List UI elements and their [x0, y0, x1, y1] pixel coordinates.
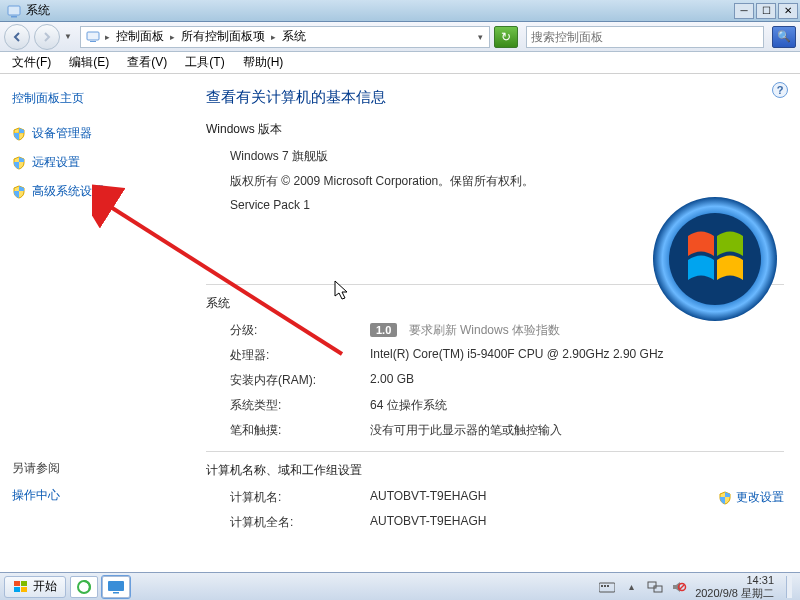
menu-help[interactable]: 帮助(H)	[235, 52, 292, 73]
rating-link[interactable]: 要求刷新 Windows 体验指数	[409, 323, 560, 337]
system-tray: ▴ 14:31 2020/9/8 星期二	[599, 574, 796, 598]
sidebar-item-device-manager[interactable]: 设备管理器	[12, 125, 188, 142]
rating-label: 分级:	[230, 322, 370, 339]
taskbar-system-icon[interactable]	[102, 576, 130, 598]
svg-rect-2	[87, 32, 99, 40]
clock-date: 2020/9/8 星期二	[695, 587, 774, 599]
window-title: 系统	[26, 2, 734, 19]
svg-rect-14	[599, 583, 615, 592]
taskbar: 开始 ▴ 14:31 2020/9/8 星期二	[0, 572, 800, 600]
search-button[interactable]: 🔍	[772, 26, 796, 48]
svg-rect-8	[21, 581, 27, 586]
tray-network-icon[interactable]	[647, 580, 663, 594]
start-label: 开始	[33, 578, 57, 595]
page-heading: 查看有关计算机的基本信息	[206, 88, 784, 107]
nav-bar: ▼ ▸ 控制面板 ▸ 所有控制面板项 ▸ 系统 ▾ ↻ 🔍	[0, 22, 800, 52]
title-bar: 系统 ─ ☐ ✕	[0, 0, 800, 22]
see-also-heading: 另请参阅	[12, 460, 188, 477]
sidebar-item-remote-settings[interactable]: 远程设置	[12, 154, 188, 171]
svg-line-21	[680, 584, 685, 589]
shield-icon	[12, 127, 26, 141]
menu-file[interactable]: 文件(F)	[4, 52, 59, 73]
sidebar-item-advanced-settings[interactable]: 高级系统设置	[12, 183, 188, 200]
svg-rect-12	[108, 581, 124, 591]
sidebar-link[interactable]: 高级系统设置	[32, 183, 104, 200]
shield-icon	[12, 156, 26, 170]
svg-rect-13	[113, 592, 119, 594]
edition-line: Windows 7 旗舰版	[230, 148, 784, 165]
system-type-label: 系统类型:	[230, 397, 370, 414]
processor-label: 处理器:	[230, 347, 370, 364]
sidebar: 控制面板主页 设备管理器 远程设置 高级系统设置 另请参阅 操作中心	[0, 74, 200, 572]
back-button[interactable]	[4, 24, 30, 50]
pen-touch-label: 笔和触摸:	[230, 422, 370, 439]
forward-button[interactable]	[34, 24, 60, 50]
svg-rect-17	[607, 585, 609, 587]
sidebar-link[interactable]: 远程设置	[32, 154, 80, 171]
tray-expand-icon[interactable]: ▴	[623, 580, 639, 594]
minimize-button[interactable]: ─	[734, 3, 754, 19]
content-area: ? 控制面板主页 设备管理器 远程设置 高级系统设置 另请参阅 操作中心 查看有…	[0, 74, 800, 572]
svg-rect-19	[654, 586, 662, 592]
svg-point-5	[669, 213, 761, 305]
show-desktop-button[interactable]	[786, 576, 792, 598]
ram-value: 2.00 GB	[370, 372, 784, 389]
svg-rect-3	[90, 41, 96, 42]
computer-name-label: 计算机名:	[230, 489, 370, 506]
start-button[interactable]: 开始	[4, 576, 66, 598]
close-button[interactable]: ✕	[778, 3, 798, 19]
rating-badge: 1.0	[370, 323, 397, 337]
pen-touch-value: 没有可用于此显示器的笔或触控输入	[370, 422, 784, 439]
history-dropdown[interactable]: ▼	[64, 32, 76, 41]
tray-keyboard-icon[interactable]	[599, 580, 615, 594]
search-box[interactable]	[526, 26, 764, 48]
menu-view[interactable]: 查看(V)	[119, 52, 175, 73]
windows-logo	[650, 194, 780, 324]
svg-rect-10	[21, 587, 27, 592]
menu-bar: 文件(F) 编辑(E) 查看(V) 工具(T) 帮助(H)	[0, 52, 800, 74]
copyright-line: 版权所有 © 2009 Microsoft Corporation。保留所有权利…	[230, 173, 784, 190]
chevron-icon[interactable]: ▸	[269, 32, 278, 42]
svg-rect-15	[601, 585, 603, 587]
breadcrumb[interactable]: ▸ 控制面板 ▸ 所有控制面板项 ▸ 系统 ▾	[80, 26, 490, 48]
windows-edition-heading: Windows 版本	[206, 121, 784, 138]
tray-volume-icon[interactable]	[671, 580, 687, 594]
breadcrumb-dropdown[interactable]: ▾	[476, 32, 485, 42]
ram-label: 安装内存(RAM):	[230, 372, 370, 389]
taskbar-browser-icon[interactable]	[70, 576, 98, 598]
maximize-button[interactable]: ☐	[756, 3, 776, 19]
bc-control-panel[interactable]: 控制面板	[114, 28, 166, 45]
chevron-icon[interactable]: ▸	[168, 32, 177, 42]
chevron-icon[interactable]: ▸	[103, 32, 112, 42]
full-computer-name-value: AUTOBVT-T9EHAGH	[370, 514, 784, 531]
system-type-value: 64 位操作系统	[370, 397, 784, 414]
tray-clock[interactable]: 14:31 2020/9/8 星期二	[695, 574, 774, 598]
main-panel: 查看有关计算机的基本信息 Windows 版本 Windows 7 旗舰版 版权…	[200, 74, 800, 572]
bc-all-items[interactable]: 所有控制面板项	[179, 28, 267, 45]
svg-rect-0	[8, 6, 20, 15]
see-also-action-center[interactable]: 操作中心	[12, 487, 188, 504]
computer-name-heading: 计算机名称、域和工作组设置	[206, 462, 784, 479]
clock-time: 14:31	[695, 574, 774, 586]
menu-tools[interactable]: 工具(T)	[177, 52, 232, 73]
bc-system[interactable]: 系统	[280, 28, 308, 45]
change-settings-link[interactable]: 更改设置	[718, 489, 784, 506]
menu-edit[interactable]: 编辑(E)	[61, 52, 117, 73]
shield-icon	[12, 185, 26, 199]
svg-rect-9	[14, 587, 20, 592]
windows-flag-icon	[13, 579, 29, 595]
full-computer-name-label: 计算机全名:	[230, 514, 370, 531]
search-input[interactable]	[531, 30, 759, 44]
change-settings-text: 更改设置	[736, 489, 784, 506]
svg-rect-1	[11, 16, 17, 18]
svg-rect-7	[14, 581, 20, 586]
svg-rect-16	[604, 585, 606, 587]
svg-rect-18	[648, 582, 656, 588]
app-icon	[6, 3, 22, 19]
refresh-button[interactable]: ↻	[494, 26, 518, 48]
sidebar-home-link[interactable]: 控制面板主页	[12, 90, 188, 107]
computer-icon	[85, 29, 101, 45]
sidebar-link[interactable]: 设备管理器	[32, 125, 92, 142]
processor-value: Intel(R) Core(TM) i5-9400F CPU @ 2.90GHz…	[370, 347, 784, 364]
computer-name-value: AUTOBVT-T9EHAGH	[370, 489, 718, 506]
